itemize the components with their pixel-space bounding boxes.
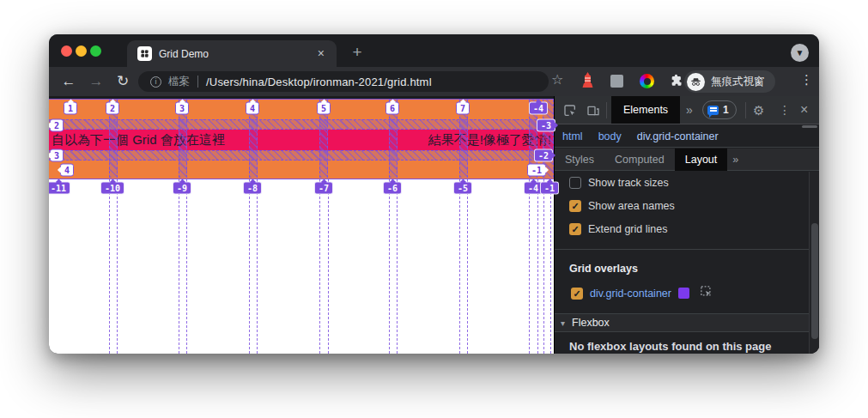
tab-computed[interactable]: Computed [604,148,675,171]
extended-grid-line [109,179,110,354]
gray-extension-icon[interactable] [610,75,623,88]
extended-grid-line [257,179,258,354]
extended-grid-line [117,179,118,354]
show-track-sizes-checkbox[interactable] [569,177,581,189]
inspect-element-icon[interactable] [563,104,577,121]
overlay-picker-icon[interactable] [700,285,713,301]
back-button[interactable]: ← [58,70,80,93]
checkbox-label: Show track sizes [588,177,669,189]
tab-layout[interactable]: Layout [675,148,728,171]
toolbar-divider [745,102,746,118]
forward-button[interactable]: → [85,70,107,93]
flexbox-empty-message: No flexbox layouts found on this page [569,340,771,353]
extend-grid-lines-checkbox[interactable]: ✓ [569,223,581,235]
extended-grid-line [529,179,530,354]
extend-grid-lines-row[interactable]: ✓ Extend grid lines [569,223,667,235]
grid-line-badge: -7 [314,182,333,195]
checkbox-label: Show area names [588,200,675,212]
extended-grid-line [389,179,390,354]
device-toolbar-icon[interactable] [586,104,600,121]
page-viewport: 自以為下一個 Grid 會放在這裡 結果不是!像極了愛情! 1234567-42… [49,96,554,354]
issues-count: 1 [723,104,729,116]
devtools-menu-icon[interactable]: ⋮ [779,103,791,117]
extended-grid-line [459,179,460,354]
grid-line-badge: 7 [456,102,470,115]
desktop: Grid Demo × + ▼ ← → ↻ i 檔案 /Users/hina/D… [0,0,868,418]
grid-overlay-item-row[interactable]: ✓ div.grid-container [571,285,713,301]
grid-overlays-title: Grid overlays [569,263,638,275]
settings-gear-icon[interactable]: ⚙ [753,103,764,118]
colorzilla-extension-icon[interactable] [640,74,654,88]
tab-close-icon[interactable]: × [318,46,325,60]
chevron-down-icon: ▼ [796,48,804,58]
extended-grid-line [249,179,250,354]
devtools-close-icon[interactable]: × [800,102,808,118]
issues-bubble-icon [707,106,719,115]
new-tab-button[interactable]: + [345,40,369,64]
extended-grid-line [186,179,187,354]
grid-line-badge: -6 [383,182,402,195]
grid-line-badge: -4 [529,102,548,115]
sidebar-tabs: Styles Computed Layout » [555,148,819,171]
content-area: 自以為下一個 Grid 會放在這裡 結果不是!像極了愛情! 1234567-42… [49,96,819,354]
site-info-icon[interactable]: i [150,76,161,88]
grid-line-badge: -3 [537,119,555,132]
grid-overlay-label[interactable]: div.grid-container [590,288,671,300]
more-tabs-icon[interactable]: » [727,148,744,171]
extended-grid-line [550,179,551,354]
profile-menu-button[interactable]: ▼ [791,44,809,62]
extended-grid-line [328,179,329,354]
breadcrumb-scrollbar[interactable] [802,125,817,128]
address-bar[interactable]: i 檔案 /Users/hina/Desktop/ironman-2021/gr… [138,71,549,92]
grid-line-badge: 2 [106,102,119,115]
browser-menu-icon[interactable]: ⋮ [800,72,813,88]
grid-line-badge: 1 [64,102,77,115]
grid-line-badge: -1 [540,182,559,195]
show-track-sizes-row[interactable]: Show track sizes [569,177,669,189]
tab-strip: Grid Demo × + ▼ [49,34,819,67]
extended-grid-line [397,179,398,354]
zoom-window-button[interactable] [90,45,101,57]
url-divider [197,76,198,88]
breadcrumb-html[interactable]: html [562,130,583,142]
flexbox-section-header[interactable]: ▾ Flexbox [555,313,809,332]
incognito-icon [687,73,705,91]
grid-line-badge: 4 [246,102,259,115]
bookmark-star-icon[interactable]: ☆ [551,71,563,88]
minimize-window-button[interactable] [76,45,87,57]
extended-grid-line [467,179,468,354]
row-gap-hatch-bottom [49,150,554,161]
layout-pane: Show track sizes ✓ Show area names ✓ Ext… [555,172,819,354]
show-area-names-row[interactable]: ✓ Show area names [569,200,675,212]
breadcrumb-grid-container[interactable]: div.grid-container [637,130,719,142]
devtools-tab-elements[interactable]: Elements [611,96,680,124]
grid-line-badge: -1 [527,164,546,177]
incognito-badge: 無痕式視窗 [684,70,775,93]
grid-line-badge: -2 [534,149,553,162]
browser-toolbar: ← → ↻ i 檔案 /Users/hina/Desktop/ironman-2… [49,67,819,96]
url-scheme-label: 檔案 [168,75,190,89]
close-window-button[interactable] [61,45,72,57]
grid-line-badge: 3 [175,102,189,115]
grid-line-badge: -5 [453,182,472,195]
more-panels-icon[interactable]: » [686,103,693,117]
browser-tab[interactable]: Grid Demo × [127,40,337,67]
grid-overlay-checkbox[interactable]: ✓ [571,288,583,300]
tab-title: Grid Demo [159,48,209,60]
extended-grid-line [537,179,538,354]
triangle-down-icon: ▾ [561,318,565,328]
lighthouse-extension-icon[interactable] [581,72,594,92]
breadcrumb-body[interactable]: body [598,130,622,142]
extended-grid-line [179,179,179,354]
tab-styles[interactable]: Styles [555,148,604,171]
show-area-names-checkbox[interactable]: ✓ [569,200,581,212]
reload-button[interactable]: ↻ [112,70,134,93]
layout-pane-scrollbar[interactable] [809,172,819,354]
issues-counter[interactable]: 1 [702,100,737,119]
grid-line-badge: -10 [100,182,124,195]
toolbar-divider [606,102,607,118]
grid-item-1-text: 自以為下一個 Grid 會放在這裡 [52,130,225,150]
overlay-color-swatch[interactable] [678,288,689,299]
grid-line-badge: 2 [50,119,64,132]
extensions-puzzle-icon[interactable] [670,73,684,91]
